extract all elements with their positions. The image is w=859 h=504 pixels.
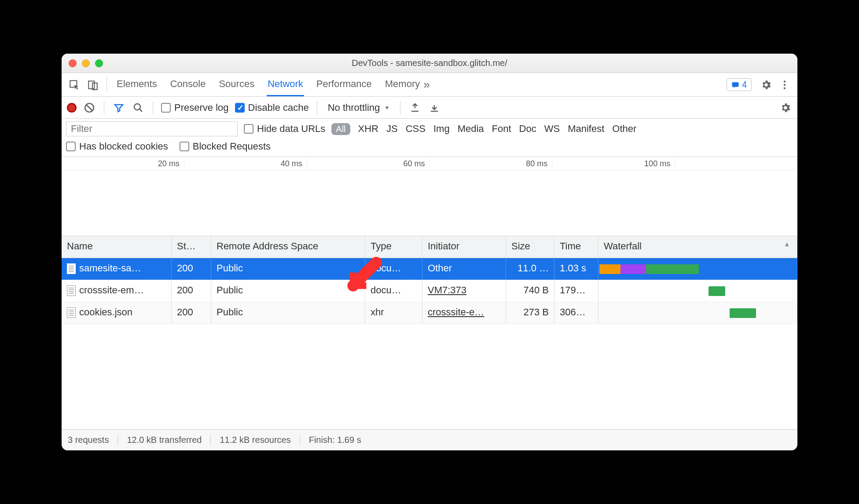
inspect-element-icon[interactable]: [66, 77, 83, 93]
device-toolbar-icon[interactable]: [84, 77, 101, 93]
network-toolbar: Preserve log Disable cache No throttling: [62, 97, 797, 119]
waterfall-cell: [598, 258, 797, 280]
table-row[interactable]: samesite-sa…200Publicdocu…Other11.0 …1.0…: [62, 258, 797, 280]
request-table-header: Name St… Remote Address Space Type Initi…: [62, 236, 797, 258]
hide-data-urls-checkbox[interactable]: Hide data URLs: [244, 123, 325, 135]
table-row[interactable]: cookies.json200Publicxhrcrosssite-e…273 …: [62, 302, 797, 324]
console-messages-badge[interactable]: 4: [727, 78, 752, 91]
type-filter-js[interactable]: JS: [386, 123, 398, 135]
svg-rect-3: [732, 82, 738, 87]
throttling-select[interactable]: No throttling: [325, 101, 393, 114]
column-time[interactable]: Time: [554, 236, 598, 258]
type-filter-xhr[interactable]: XHR: [358, 123, 378, 135]
column-size[interactable]: Size: [506, 236, 554, 258]
tabs-overflow-button[interactable]: »: [422, 73, 430, 97]
timeline-tick: [675, 157, 797, 170]
messages-count: 4: [742, 80, 747, 90]
timeline-tick: 40 ms: [184, 157, 307, 170]
record-button[interactable]: [67, 103, 77, 113]
initiator-link[interactable]: VM7:373: [428, 285, 466, 296]
timeline-tick: 60 ms: [307, 157, 430, 170]
status-resources: 11.2 kB resources: [220, 435, 290, 445]
svg-point-5: [784, 84, 786, 85]
column-type[interactable]: Type: [365, 236, 422, 258]
svg-rect-1: [88, 81, 94, 88]
has-blocked-cookies-checkbox[interactable]: Has blocked cookies: [66, 141, 168, 152]
timeline-tick: 20 ms: [62, 157, 184, 170]
svg-point-6: [784, 87, 786, 89]
panel-tab-bar: ElementsConsoleSourcesNetworkPerformance…: [62, 73, 797, 97]
preserve-log-checkbox[interactable]: Preserve log: [161, 102, 229, 113]
export-har-icon[interactable]: [428, 101, 441, 114]
more-menu-icon[interactable]: [776, 77, 793, 93]
tab-sources[interactable]: Sources: [218, 73, 255, 96]
column-remote-address-space[interactable]: Remote Address Space: [211, 236, 365, 258]
search-icon[interactable]: [132, 101, 145, 114]
column-waterfall[interactable]: Waterfall: [598, 236, 797, 258]
type-filter-media[interactable]: Media: [458, 123, 484, 135]
tab-console[interactable]: Console: [169, 73, 207, 96]
status-finish: Finish: 1.69 s: [309, 435, 361, 445]
type-filter-img[interactable]: Img: [433, 123, 450, 135]
type-filter-css[interactable]: CSS: [406, 123, 426, 135]
column-initiator[interactable]: Initiator: [422, 236, 506, 258]
tab-memory[interactable]: Memory: [384, 73, 421, 96]
initiator-link[interactable]: crosssite-e…: [428, 307, 484, 318]
tab-elements[interactable]: Elements: [116, 73, 158, 96]
timeline-tick: 80 ms: [430, 157, 552, 170]
network-settings-icon[interactable]: [779, 101, 792, 114]
waterfall-cell: [598, 280, 797, 302]
blocked-requests-checkbox[interactable]: Blocked Requests: [180, 141, 271, 152]
import-har-icon[interactable]: [408, 101, 422, 114]
overview-timeline[interactable]: 20 ms40 ms60 ms80 ms100 ms: [62, 157, 797, 236]
tab-performance[interactable]: Performance: [316, 73, 373, 96]
filter-bar: Hide data URLs AllXHRJSCSSImgMediaFontDo…: [62, 119, 797, 157]
svg-point-8: [134, 104, 140, 110]
table-row[interactable]: crosssite-em…200Publicdocu…VM7:373740 B1…: [62, 280, 797, 302]
window-title: DevTools - samesite-sandbox.glitch.me/: [62, 58, 797, 68]
status-requests: 3 requests: [68, 435, 109, 445]
file-icon: [67, 285, 76, 296]
file-icon: [67, 307, 76, 318]
timeline-tick: 100 ms: [552, 157, 675, 170]
type-filter-ws[interactable]: WS: [544, 123, 560, 135]
status-bar: 3 requests 12.0 kB transferred 11.2 kB r…: [62, 429, 797, 450]
type-filter-manifest[interactable]: Manifest: [568, 123, 604, 135]
waterfall-cell: [598, 302, 797, 324]
type-filter-doc[interactable]: Doc: [519, 123, 536, 135]
type-filter-all[interactable]: All: [331, 123, 350, 135]
svg-point-4: [784, 80, 786, 82]
status-transferred: 12.0 kB transferred: [127, 435, 202, 445]
column-name[interactable]: Name: [62, 236, 172, 258]
file-icon: [67, 263, 76, 274]
devtools-window: DevTools - samesite-sandbox.glitch.me/ E…: [62, 54, 797, 450]
filter-input[interactable]: [66, 121, 238, 136]
request-table-body: samesite-sa…200Publicdocu…Other11.0 …1.0…: [62, 258, 797, 429]
titlebar: DevTools - samesite-sandbox.glitch.me/: [62, 54, 797, 73]
clear-icon[interactable]: [83, 101, 96, 114]
type-filter-font[interactable]: Font: [492, 123, 511, 135]
type-filter-other[interactable]: Other: [612, 123, 636, 135]
tab-network[interactable]: Network: [267, 73, 304, 96]
filter-icon[interactable]: [112, 101, 125, 114]
column-status[interactable]: St…: [172, 236, 211, 258]
settings-icon[interactable]: [758, 77, 775, 93]
disable-cache-checkbox[interactable]: Disable cache: [235, 102, 309, 113]
